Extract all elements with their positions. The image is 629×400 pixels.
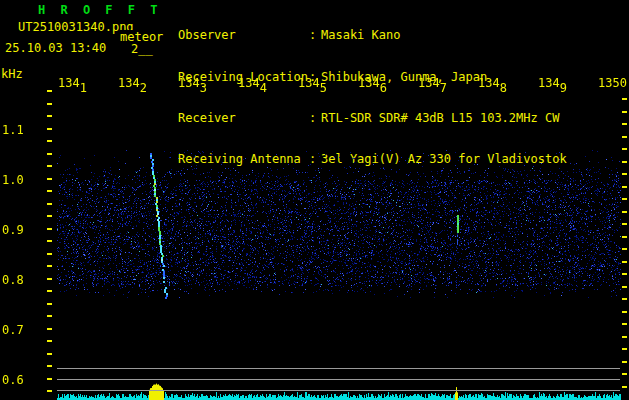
- left-axis-tick: [47, 340, 52, 342]
- meta-row-antenna: Receiving Antenna:3el Yagi(V) Az 330 for…: [178, 153, 567, 167]
- right-axis-tick: [622, 236, 627, 238]
- right-axis-tick: [622, 223, 627, 225]
- right-axis-tick: [622, 323, 627, 325]
- station-info: Observer:Masaki Kano Receiving Location:…: [178, 2, 567, 194]
- meta-label: Receiving Antenna: [178, 153, 309, 167]
- meta-label: Observer: [178, 29, 309, 43]
- meta-row-receiver: Receiver:RTL-SDR SDR# 43dB L15 103.2MHz …: [178, 112, 567, 126]
- right-axis-tick: [622, 173, 627, 175]
- meta-label: Receiver: [178, 112, 309, 126]
- meta-value: Shibukawa, Gunma, Japan: [321, 70, 487, 84]
- left-axis-tick: [47, 303, 52, 305]
- freq-label: 0.9: [2, 223, 32, 237]
- right-axis-tick: [622, 336, 627, 338]
- right-axis-tick: [622, 386, 627, 388]
- right-axis-tick: [622, 361, 627, 363]
- meta-value: 3el Yagi(V) Az 330 for Vladivostok: [321, 152, 567, 166]
- left-axis-tick: [47, 290, 52, 292]
- left-axis-tick: [47, 353, 52, 355]
- freq-label: 0.8: [2, 273, 32, 287]
- time-label: 1342: [118, 76, 147, 93]
- right-axis-tick: [622, 198, 627, 200]
- meta-colon: :: [309, 29, 321, 43]
- time-label: 1341: [58, 76, 87, 93]
- time-label: 1343: [178, 76, 207, 93]
- left-axis-tick: [47, 328, 52, 330]
- right-axis-tick: [622, 211, 627, 213]
- left-axis-tick: [47, 390, 52, 392]
- left-axis-tick: [47, 115, 52, 117]
- time-label: 1350: [598, 76, 627, 93]
- level-grid-line: [57, 390, 620, 391]
- right-axis-tick: [622, 286, 627, 288]
- app-title: H R O F F T: [38, 3, 161, 17]
- left-axis-tick: [47, 228, 52, 230]
- capture-filename: UT2510031340.png: [18, 20, 134, 34]
- echo-counter: 2__: [131, 42, 153, 56]
- meta-colon: :: [309, 153, 321, 167]
- level-grid-line: [57, 379, 620, 380]
- left-axis-tick: [47, 215, 52, 217]
- left-axis-tick: [47, 278, 52, 280]
- right-axis-tick: [622, 348, 627, 350]
- meta-value: Masaki Kano: [321, 28, 400, 42]
- time-label: 1348: [478, 76, 507, 93]
- left-axis-tick: [47, 140, 52, 142]
- left-axis-tick: [47, 153, 52, 155]
- left-axis-tick: [47, 178, 52, 180]
- left-axis-tick: [47, 190, 52, 192]
- right-axis-tick: [622, 373, 627, 375]
- left-axis-tick: [47, 378, 52, 380]
- right-axis-tick: [622, 273, 627, 275]
- left-axis-tick: [47, 203, 52, 205]
- right-axis-tick: [622, 123, 627, 125]
- left-axis-tick: [47, 128, 52, 130]
- left-axis-tick: [47, 315, 52, 317]
- freq-label: 1.1: [2, 123, 32, 137]
- hrofft-window: H R O F F T UT2510031340.png meteor 25.1…: [0, 0, 629, 400]
- freq-label: 0.6: [2, 373, 32, 387]
- left-axis-tick: [47, 103, 52, 105]
- freq-unit-label: kHz: [1, 67, 23, 81]
- right-axis-tick: [622, 136, 627, 138]
- meta-value: RTL-SDR SDR# 43dB L15 103.2MHz CW: [321, 111, 559, 125]
- left-axis-tick: [47, 253, 52, 255]
- level-grid-line: [57, 368, 620, 369]
- datetime-label: 25.10.03 13:40: [5, 41, 106, 55]
- left-axis-tick: [47, 365, 52, 367]
- right-axis-tick: [622, 248, 627, 250]
- time-label: 1345: [298, 76, 327, 93]
- time-label: 1344: [238, 76, 267, 93]
- right-axis-tick: [622, 261, 627, 263]
- right-axis-tick: [622, 111, 627, 113]
- right-axis-tick: [622, 298, 627, 300]
- meta-row-observer: Observer:Masaki Kano: [178, 29, 567, 43]
- meta-colon: :: [309, 112, 321, 126]
- right-axis-tick: [622, 311, 627, 313]
- right-axis-tick: [622, 186, 627, 188]
- freq-label: 1.0: [2, 173, 32, 187]
- right-axis-tick: [622, 148, 627, 150]
- right-axis-tick: [622, 161, 627, 163]
- left-axis-tick: [47, 240, 52, 242]
- left-axis-tick: [47, 265, 52, 267]
- right-axis-tick: [622, 98, 627, 100]
- left-axis-tick: [47, 165, 52, 167]
- left-axis-tick: [47, 90, 52, 92]
- time-label: 1349: [538, 76, 567, 93]
- time-label: 1347: [418, 76, 447, 93]
- freq-label: 0.7: [2, 323, 32, 337]
- time-label: 1346: [358, 76, 387, 93]
